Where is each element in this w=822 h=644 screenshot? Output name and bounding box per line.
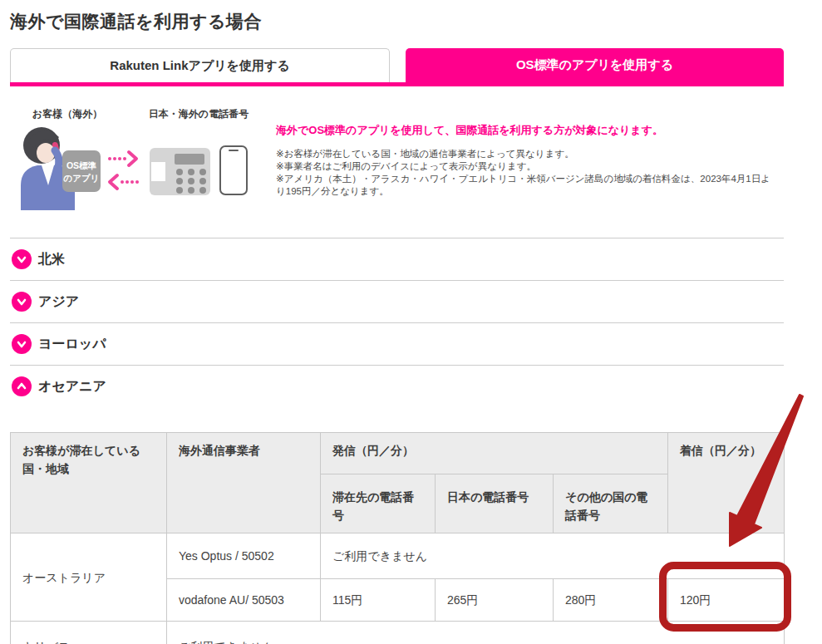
- cell-region-australia: オーストラリア: [11, 533, 167, 622]
- tab-active-underline: [10, 82, 784, 86]
- note-us-incoming-rate: ※アメリカ（本土）・アラスカ・ハワイ・プエルトリコ・米領バージン諸島の地域の着信…: [276, 173, 776, 198]
- target-audience-headline: 海外でOS標準のアプリを使用して、国際通話を利用する方が対象になります。: [276, 123, 776, 138]
- incoming-arrow-icon: [110, 175, 139, 189]
- cell-japan-rate: 265円: [436, 579, 554, 622]
- accordion-asia[interactable]: アジア: [10, 280, 784, 322]
- japan-overseas-number-label: 日本・海外の電話番号: [149, 108, 249, 120]
- call-flow-illustration: お客様（海外） 日本・海外の電話番号 OS標準 のアプリ: [10, 96, 268, 219]
- cell-incoming-rate-highlighted: 120円: [668, 579, 785, 622]
- svg-text:のアプリ: のアプリ: [64, 173, 100, 183]
- table-row: オーストラリア Yes Optus / 50502 ご利用できません: [11, 533, 785, 579]
- accordion-label: アジア: [38, 293, 79, 311]
- cell-unavailable: ご利用できません: [167, 622, 785, 644]
- header-outgoing: 発信（円／分）: [321, 433, 668, 474]
- outgoing-arrow-icon: [108, 152, 136, 165]
- page: 海外で国際通話を利用する場合 Rakuten Linkアプリを使用する OS標準…: [0, 0, 822, 644]
- chevron-down-icon: [12, 249, 32, 269]
- cell-unavailable: ご利用できません: [321, 533, 785, 579]
- accordion-europe[interactable]: ヨーロッパ: [10, 322, 784, 365]
- tab-rakuten-link[interactable]: Rakuten Linkアプリを使用する: [10, 48, 390, 82]
- page-title: 海外で国際通話を利用する場合: [10, 10, 822, 33]
- header-other-number: その他の国の電話番号: [554, 474, 668, 533]
- svg-text:OS標準: OS標準: [66, 160, 97, 170]
- header-carrier: 海外通信事業者: [167, 433, 321, 533]
- chevron-down-icon: [12, 334, 32, 354]
- customer-overseas-label: お客様（海外）: [32, 108, 102, 120]
- accordion-label: 北米: [38, 251, 65, 268]
- cell-carrier-optus: Yes Optus / 50502: [167, 533, 321, 579]
- note-device-display: ※事業者名はご利用のデバイスによって表示が異なります。: [276, 160, 776, 173]
- tab-rakuten-link-label: Rakuten Linkアプリを使用する: [110, 58, 289, 74]
- header-region: お客様が滞在している国・地域: [11, 433, 167, 533]
- cell-region-kiribati: キリバス: [11, 622, 167, 644]
- intro-section: お客様（海外） 日本・海外の電話番号 OS標準 のアプリ: [10, 96, 822, 219]
- tab-bar: Rakuten Linkアプリを使用する OS標準のアプリを使用する: [10, 48, 784, 82]
- tab-os-standard[interactable]: OS標準のアプリを使用する: [406, 48, 784, 82]
- header-local-number: 滞在先の電話番号: [321, 474, 436, 533]
- tab-os-standard-label: OS標準のアプリを使用する: [516, 57, 673, 73]
- header-japan-number: 日本の電話番号: [436, 474, 554, 533]
- description-block: 海外でOS標準のアプリを使用して、国際通話を利用する方が対象になります。 ※お客…: [268, 96, 776, 219]
- note-carrier-varies: ※お客様が滞在している国・地域の通信事業者によって異なります。: [276, 148, 776, 160]
- accordion-label: ヨーロッパ: [38, 336, 106, 353]
- os-app-box: OS標準 のアプリ: [62, 150, 101, 192]
- accordion-north-america[interactable]: 北米: [10, 238, 784, 280]
- landline-phone-icon: [150, 148, 210, 195]
- chevron-up-icon: [12, 376, 32, 396]
- cell-other-rate: 280円: [554, 579, 668, 622]
- chevron-down-icon: [12, 292, 32, 312]
- smartphone-icon: [220, 146, 247, 194]
- region-accordion-list: 北米 アジア ヨーロッパ オセアニア: [10, 238, 784, 407]
- oceania-rates-table: お客様が滞在している国・地域 海外通信事業者 発信（円／分） 着信（円／分） 滞…: [10, 432, 785, 644]
- accordion-label: オセアニア: [38, 378, 106, 396]
- cell-local-rate: 115円: [321, 579, 436, 622]
- header-incoming: 着信（円／分）: [668, 433, 785, 533]
- accordion-oceania[interactable]: オセアニア: [10, 365, 784, 407]
- table-row: キリバス ご利用できません: [11, 622, 785, 644]
- cell-carrier-vodafone: vodafone AU/ 50503: [167, 579, 321, 622]
